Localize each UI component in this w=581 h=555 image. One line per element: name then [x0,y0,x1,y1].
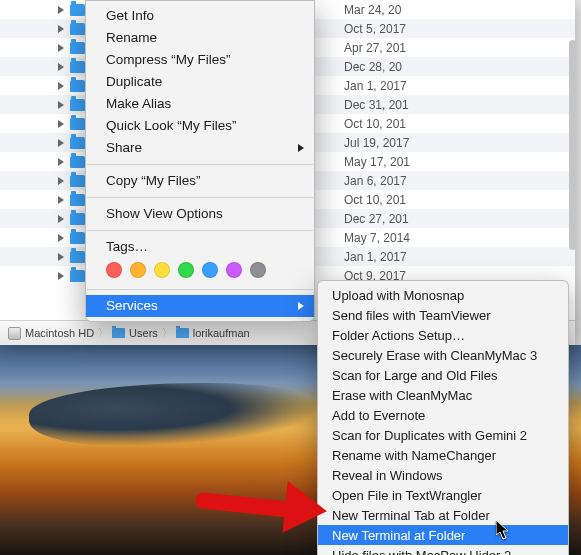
menu-item-tags[interactable]: Tags… [86,236,314,258]
services-item[interactable]: Rename with NameChanger [318,445,568,465]
tag-dot[interactable] [202,262,218,278]
menu-label: Add to Evernote [332,408,425,423]
disclosure-triangle-icon[interactable] [58,63,64,71]
folder-icon [70,175,85,187]
menu-label: Duplicate [106,74,162,89]
services-item[interactable]: Upload with Monosnap [318,285,568,305]
file-date: Dec 31, 201 [340,98,575,112]
path-crumb-disk[interactable]: Macintosh HD [8,327,94,340]
services-item[interactable]: Erase with CleanMyMac [318,385,568,405]
menu-item-duplicate[interactable]: Duplicate [86,71,314,93]
menu-item-compress[interactable]: Compress “My Files” [86,49,314,71]
disclosure-triangle-icon[interactable] [58,44,64,52]
menu-label: Reveal in Windows [332,468,443,483]
menu-label: Get Info [106,8,154,23]
menu-label: Upload with Monosnap [332,288,464,303]
services-item[interactable]: Folder Actions Setup… [318,325,568,345]
disclosure-triangle-icon[interactable] [58,120,64,128]
menu-label: Copy “My Files” [106,173,201,188]
folder-icon [70,42,85,54]
menu-label: Erase with CleanMyMac [332,388,472,403]
menu-label: Scan for Duplicates with Gemini 2 [332,428,527,443]
annotation-arrow [195,485,335,535]
disclosure-triangle-icon[interactable] [58,253,64,261]
disk-icon [8,327,21,340]
menu-item-show-view-options[interactable]: Show View Options [86,203,314,225]
disclosure-triangle-icon[interactable] [58,196,64,204]
disclosure-triangle-icon[interactable] [58,139,64,147]
tag-dot[interactable] [154,262,170,278]
folder-icon [70,251,85,263]
services-item[interactable]: Scan for Duplicates with Gemini 2 [318,425,568,445]
services-item[interactable]: New Terminal at Folder [318,525,568,545]
folder-icon [70,99,85,111]
menu-label: Open File in TextWrangler [332,488,482,503]
services-item[interactable]: Add to Evernote [318,405,568,425]
services-item[interactable]: Reveal in Windows [318,465,568,485]
disclosure-triangle-icon[interactable] [58,101,64,109]
menu-item-copy[interactable]: Copy “My Files” [86,170,314,192]
disclosure-triangle-icon[interactable] [58,177,64,185]
menu-item-get-info[interactable]: Get Info [86,5,314,27]
services-item[interactable]: Open File in TextWrangler [318,485,568,505]
file-date: May 17, 201 [340,155,575,169]
folder-icon [70,194,85,206]
disclosure-triangle-icon[interactable] [58,215,64,223]
file-date: Dec 27, 201 [340,212,575,226]
menu-separator [87,230,313,231]
disclosure-triangle-icon[interactable] [58,82,64,90]
disclosure-triangle-icon[interactable] [58,25,64,33]
menu-label: Services [106,298,158,313]
services-item[interactable]: Scan for Large and Old Files [318,365,568,385]
menu-label: Show View Options [106,206,223,221]
menu-label: Hide files with MacPaw Hider 2 [332,548,511,556]
services-item[interactable]: Securely Erase with CleanMyMac 3 [318,345,568,365]
submenu-indicator-icon [298,144,304,152]
scrollbar[interactable] [569,40,576,250]
file-date: Jul 19, 2017 [340,136,575,150]
services-item[interactable]: Hide files with MacPaw Hider 2 [318,545,568,555]
tag-dot[interactable] [226,262,242,278]
path-crumb-users[interactable]: Users [112,327,158,339]
menu-label: New Terminal at Folder [332,528,465,543]
disclosure-triangle-icon[interactable] [58,234,64,242]
menu-label: Scan for Large and Old Files [332,368,497,383]
menu-item-services[interactable]: Services [86,295,314,317]
tag-dot[interactable] [178,262,194,278]
file-date: Oct 5, 2017 [340,22,575,36]
folder-icon [70,213,85,225]
path-crumb-user[interactable]: lorikaufman [176,327,250,339]
file-date: Oct 10, 201 [340,117,575,131]
tag-dot[interactable] [130,262,146,278]
path-crumb-label: Users [129,327,158,339]
folder-icon [176,328,189,338]
tags-row [86,258,314,284]
disclosure-triangle-icon[interactable] [58,6,64,14]
menu-item-rename[interactable]: Rename [86,27,314,49]
submenu-indicator-icon [298,302,304,310]
menu-label: Securely Erase with CleanMyMac 3 [332,348,537,363]
menu-item-share[interactable]: Share [86,137,314,159]
menu-label: Rename [106,30,157,45]
services-submenu: Upload with MonosnapSend files with Team… [317,280,569,555]
menu-label: Quick Look “My Files” [106,118,237,133]
menu-item-make-alias[interactable]: Make Alias [86,93,314,115]
disclosure-triangle-icon[interactable] [58,158,64,166]
tag-dot[interactable] [250,262,266,278]
folder-icon [70,80,85,92]
menu-separator [87,289,313,290]
services-item[interactable]: New Terminal Tab at Folder [318,505,568,525]
menu-label: New Terminal Tab at Folder [332,508,490,523]
chevron-right-icon: 〉 [98,326,108,340]
menu-separator [87,164,313,165]
services-item[interactable]: Send files with TeamViewer [318,305,568,325]
disclosure-triangle-icon[interactable] [58,272,64,280]
menu-item-quick-look[interactable]: Quick Look “My Files” [86,115,314,137]
tag-dot[interactable] [106,262,122,278]
path-crumb-label: Macintosh HD [25,327,94,339]
folder-icon [70,118,85,130]
folder-icon [70,61,85,73]
folder-icon [70,23,85,35]
file-date: Oct 10, 201 [340,193,575,207]
folder-icon [70,270,85,282]
